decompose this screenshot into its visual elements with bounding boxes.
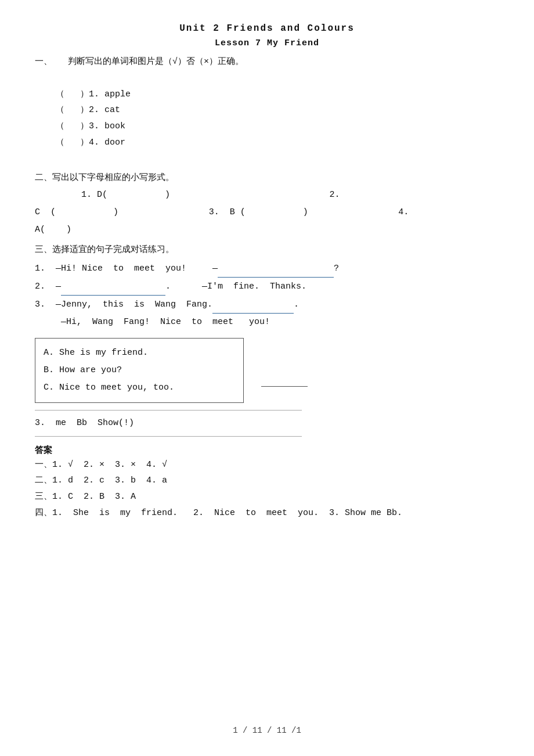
answer-er: 二、1. d 2. c 3. b 4. a xyxy=(35,473,499,489)
section1-instruction: 一、 判断写出的单词和图片是（√）否（×）正确。 xyxy=(35,54,499,70)
section3-q1a: 1. —Hi! Nice to meet you! — xyxy=(35,260,218,278)
section3-q2a: 2. — xyxy=(35,278,61,296)
section4-item1: 3. me Bb Show(!) xyxy=(35,415,499,431)
divider2 xyxy=(35,436,302,437)
answer-title: 答案 xyxy=(35,445,499,456)
section2-item3: 3. B ( ) xyxy=(209,204,308,221)
section3-q3a: 3. —Jenny, this is Wang Fang. xyxy=(35,296,212,314)
section2-instruction: 二、写出以下字母相应的小写形式。 xyxy=(35,170,499,186)
answer-yi: 一、1. √ 2. × 3. × 4. √ xyxy=(35,457,499,473)
choice-side-line xyxy=(261,386,308,387)
section3-q2b: . —I'm fine. Thanks. xyxy=(165,278,306,296)
section2-item-a: A( ) xyxy=(35,225,71,235)
section3-q3-blank[interactable] xyxy=(212,296,294,314)
divider1 xyxy=(35,410,302,411)
section3-q1-blank[interactable] xyxy=(218,260,334,278)
choice-a: A. She is my friend. xyxy=(44,344,232,362)
section3: 三、选择适宜的句子完成对话练习。 1. —Hi! Nice to meet yo… xyxy=(35,242,499,406)
answer-section: 答案 一、1. √ 2. × 3. × 4. √ 二、1. d 2. c 3. … xyxy=(35,445,499,521)
section4: 3. me Bb Show(!) xyxy=(35,415,499,431)
section3-q1-end: ? xyxy=(334,260,339,278)
section3-q2-blank[interactable] xyxy=(61,278,165,296)
answer-si: 四、1. She is my friend. 2. Nice to meet y… xyxy=(35,505,499,521)
section2-item4-label: 4. xyxy=(398,204,409,221)
section3-q3b: —Hi, Wang Fang! Nice to meet you! xyxy=(35,317,270,327)
unit-title: Unit 2 Friends and Colours xyxy=(35,23,499,34)
section3-instruction: 三、选择适宜的句子完成对话练习。 xyxy=(35,242,499,258)
choice-b: B. How are you? xyxy=(44,362,232,379)
choices-box: A. She is my friend. B. How are you? C. … xyxy=(35,338,244,403)
section2-item2-label: 2. xyxy=(330,186,340,204)
section1-items: （ ）1. apple （ ）2. cat （ ）3. book （ ）4. d… xyxy=(35,70,499,167)
section1: 一、 判断写出的单词和图片是（√）否（×）正确。 （ ）1. apple （ ）… xyxy=(35,54,499,167)
section2-item-c: C ( ) xyxy=(35,204,118,221)
answer-san: 三、1. C 2. B 3. A xyxy=(35,489,499,505)
page-footer: 1 / 11 / 11 /1 xyxy=(0,726,534,735)
section3-q3-dot: . xyxy=(294,296,299,314)
section2-item1: 1. D( ) xyxy=(81,186,170,204)
choice-c: C. Nice to meet you, too. xyxy=(44,379,232,397)
section2: 二、写出以下字母相应的小写形式。 1. D( ) 2. C ( ) 3. B (… xyxy=(35,170,499,239)
lesson-title: Lesson 7 My Friend xyxy=(35,38,499,48)
